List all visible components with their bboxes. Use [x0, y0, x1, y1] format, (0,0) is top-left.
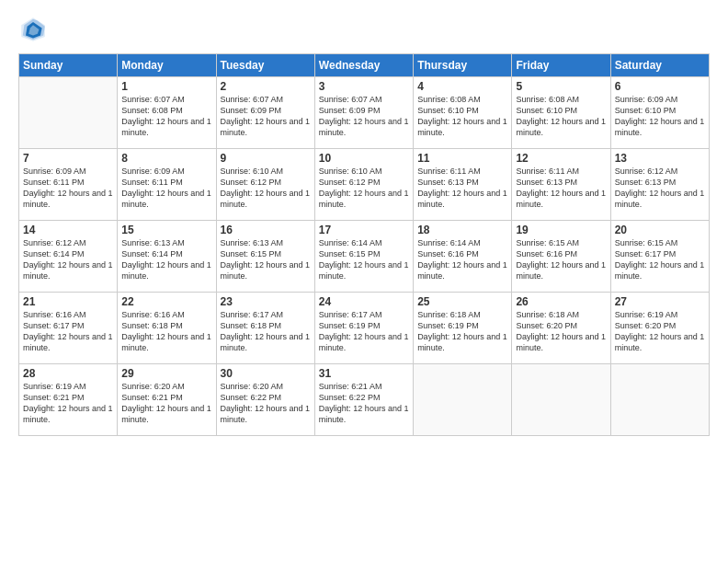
day-info: Sunrise: 6:14 AM Sunset: 6:15 PM Dayligh…	[319, 237, 409, 282]
calendar-week-row: 21Sunrise: 6:16 AM Sunset: 6:17 PM Dayli…	[19, 293, 710, 364]
day-number: 21	[23, 295, 113, 308]
calendar-cell: 23Sunrise: 6:17 AM Sunset: 6:18 PM Dayli…	[216, 293, 314, 364]
day-number: 17	[319, 224, 409, 236]
day-info: Sunrise: 6:20 AM Sunset: 6:22 PM Dayligh…	[221, 381, 311, 426]
day-info: Sunrise: 6:13 AM Sunset: 6:15 PM Dayligh…	[221, 237, 311, 282]
calendar-cell: 24Sunrise: 6:17 AM Sunset: 6:19 PM Dayli…	[314, 293, 413, 364]
day-info: Sunrise: 6:15 AM Sunset: 6:17 PM Dayligh…	[615, 237, 705, 282]
logo	[18, 15, 51, 44]
calendar-cell: 28Sunrise: 6:19 AM Sunset: 6:21 PM Dayli…	[19, 364, 118, 436]
weekday-header: Saturday	[610, 54, 709, 77]
calendar-cell: 6Sunrise: 6:09 AM Sunset: 6:10 PM Daylig…	[610, 77, 709, 149]
calendar-cell: 10Sunrise: 6:10 AM Sunset: 6:12 PM Dayli…	[314, 149, 413, 221]
weekday-header: Friday	[512, 54, 610, 77]
day-info: Sunrise: 6:13 AM Sunset: 6:14 PM Dayligh…	[121, 237, 211, 282]
day-number: 11	[417, 152, 507, 165]
calendar-cell: 29Sunrise: 6:20 AM Sunset: 6:21 PM Dayli…	[118, 364, 216, 436]
calendar-cell: 20Sunrise: 6:15 AM Sunset: 6:17 PM Dayli…	[610, 221, 709, 293]
day-info: Sunrise: 6:12 AM Sunset: 6:13 PM Dayligh…	[615, 166, 705, 211]
weekday-header: Monday	[118, 54, 216, 77]
day-number: 13	[615, 152, 705, 165]
day-info: Sunrise: 6:20 AM Sunset: 6:21 PM Dayligh…	[121, 381, 211, 426]
day-number: 23	[221, 295, 311, 308]
day-info: Sunrise: 6:16 AM Sunset: 6:17 PM Dayligh…	[23, 309, 113, 354]
day-number: 14	[23, 224, 113, 236]
calendar-cell: 4Sunrise: 6:08 AM Sunset: 6:10 PM Daylig…	[414, 77, 512, 149]
header	[18, 15, 710, 44]
day-info: Sunrise: 6:21 AM Sunset: 6:22 PM Dayligh…	[319, 381, 409, 426]
day-info: Sunrise: 6:07 AM Sunset: 6:08 PM Dayligh…	[121, 94, 211, 139]
day-info: Sunrise: 6:11 AM Sunset: 6:13 PM Dayligh…	[516, 166, 606, 211]
calendar-cell	[512, 364, 610, 436]
day-number: 29	[121, 367, 211, 380]
day-info: Sunrise: 6:14 AM Sunset: 6:16 PM Dayligh…	[417, 237, 507, 282]
calendar-week-row: 14Sunrise: 6:12 AM Sunset: 6:14 PM Dayli…	[19, 221, 710, 293]
calendar-cell: 9Sunrise: 6:10 AM Sunset: 6:12 PM Daylig…	[216, 149, 314, 221]
calendar-cell: 2Sunrise: 6:07 AM Sunset: 6:09 PM Daylig…	[216, 77, 314, 149]
weekday-header: Tuesday	[216, 54, 314, 77]
calendar-cell: 18Sunrise: 6:14 AM Sunset: 6:16 PM Dayli…	[414, 221, 512, 293]
day-number: 10	[319, 152, 409, 165]
calendar-cell: 5Sunrise: 6:08 AM Sunset: 6:10 PM Daylig…	[512, 77, 610, 149]
day-number: 1	[121, 80, 211, 93]
day-info: Sunrise: 6:09 AM Sunset: 6:11 PM Dayligh…	[23, 166, 113, 211]
calendar-cell	[19, 77, 118, 149]
day-number: 26	[516, 295, 606, 308]
day-number: 25	[417, 295, 507, 308]
day-info: Sunrise: 6:19 AM Sunset: 6:20 PM Dayligh…	[615, 309, 705, 354]
day-info: Sunrise: 6:11 AM Sunset: 6:13 PM Dayligh…	[417, 166, 507, 211]
day-number: 30	[221, 367, 311, 380]
day-number: 9	[221, 152, 311, 165]
calendar-header-row: SundayMondayTuesdayWednesdayThursdayFrid…	[19, 54, 710, 77]
calendar-cell: 1Sunrise: 6:07 AM Sunset: 6:08 PM Daylig…	[118, 77, 216, 149]
day-number: 7	[23, 152, 113, 165]
calendar-week-row: 28Sunrise: 6:19 AM Sunset: 6:21 PM Dayli…	[19, 364, 710, 436]
calendar-cell: 12Sunrise: 6:11 AM Sunset: 6:13 PM Dayli…	[512, 149, 610, 221]
day-info: Sunrise: 6:17 AM Sunset: 6:19 PM Dayligh…	[319, 309, 409, 354]
calendar-cell: 22Sunrise: 6:16 AM Sunset: 6:18 PM Dayli…	[118, 293, 216, 364]
day-number: 19	[516, 224, 606, 236]
day-number: 18	[417, 224, 507, 236]
day-number: 5	[516, 80, 606, 93]
calendar-table: SundayMondayTuesdayWednesdayThursdayFrid…	[18, 53, 710, 436]
day-info: Sunrise: 6:09 AM Sunset: 6:10 PM Dayligh…	[615, 94, 705, 139]
weekday-header: Thursday	[414, 54, 512, 77]
calendar-cell: 26Sunrise: 6:18 AM Sunset: 6:20 PM Dayli…	[512, 293, 610, 364]
calendar-cell: 14Sunrise: 6:12 AM Sunset: 6:14 PM Dayli…	[19, 221, 118, 293]
day-number: 22	[121, 295, 211, 308]
day-number: 2	[221, 80, 311, 93]
day-number: 31	[319, 367, 409, 380]
calendar-cell: 3Sunrise: 6:07 AM Sunset: 6:09 PM Daylig…	[314, 77, 413, 149]
calendar-cell: 8Sunrise: 6:09 AM Sunset: 6:11 PM Daylig…	[118, 149, 216, 221]
calendar-cell	[610, 364, 709, 436]
weekday-header: Wednesday	[314, 54, 413, 77]
day-info: Sunrise: 6:12 AM Sunset: 6:14 PM Dayligh…	[23, 237, 113, 282]
calendar-cell: 21Sunrise: 6:16 AM Sunset: 6:17 PM Dayli…	[19, 293, 118, 364]
day-info: Sunrise: 6:08 AM Sunset: 6:10 PM Dayligh…	[417, 94, 507, 139]
main-container: SundayMondayTuesdayWednesdayThursdayFrid…	[0, 0, 728, 563]
calendar-cell: 11Sunrise: 6:11 AM Sunset: 6:13 PM Dayli…	[414, 149, 512, 221]
calendar-cell: 17Sunrise: 6:14 AM Sunset: 6:15 PM Dayli…	[314, 221, 413, 293]
calendar-cell: 31Sunrise: 6:21 AM Sunset: 6:22 PM Dayli…	[314, 364, 413, 436]
day-number: 4	[417, 80, 507, 93]
calendar-cell: 15Sunrise: 6:13 AM Sunset: 6:14 PM Dayli…	[118, 221, 216, 293]
day-info: Sunrise: 6:18 AM Sunset: 6:19 PM Dayligh…	[417, 309, 507, 354]
calendar-cell: 25Sunrise: 6:18 AM Sunset: 6:19 PM Dayli…	[414, 293, 512, 364]
calendar-cell	[414, 364, 512, 436]
day-number: 28	[23, 367, 113, 380]
day-number: 6	[615, 80, 705, 93]
day-info: Sunrise: 6:07 AM Sunset: 6:09 PM Dayligh…	[319, 94, 409, 139]
day-info: Sunrise: 6:19 AM Sunset: 6:21 PM Dayligh…	[23, 381, 113, 426]
calendar-week-row: 7Sunrise: 6:09 AM Sunset: 6:11 PM Daylig…	[19, 149, 710, 221]
day-number: 16	[221, 224, 311, 236]
calendar-cell: 13Sunrise: 6:12 AM Sunset: 6:13 PM Dayli…	[610, 149, 709, 221]
day-info: Sunrise: 6:09 AM Sunset: 6:11 PM Dayligh…	[121, 166, 211, 211]
day-info: Sunrise: 6:07 AM Sunset: 6:09 PM Dayligh…	[221, 94, 311, 139]
calendar-week-row: 1Sunrise: 6:07 AM Sunset: 6:08 PM Daylig…	[19, 77, 710, 149]
day-number: 3	[319, 80, 409, 93]
calendar-cell: 30Sunrise: 6:20 AM Sunset: 6:22 PM Dayli…	[216, 364, 314, 436]
day-info: Sunrise: 6:10 AM Sunset: 6:12 PM Dayligh…	[221, 166, 311, 211]
day-number: 8	[121, 152, 211, 165]
day-info: Sunrise: 6:15 AM Sunset: 6:16 PM Dayligh…	[516, 237, 606, 282]
weekday-header: Sunday	[19, 54, 118, 77]
